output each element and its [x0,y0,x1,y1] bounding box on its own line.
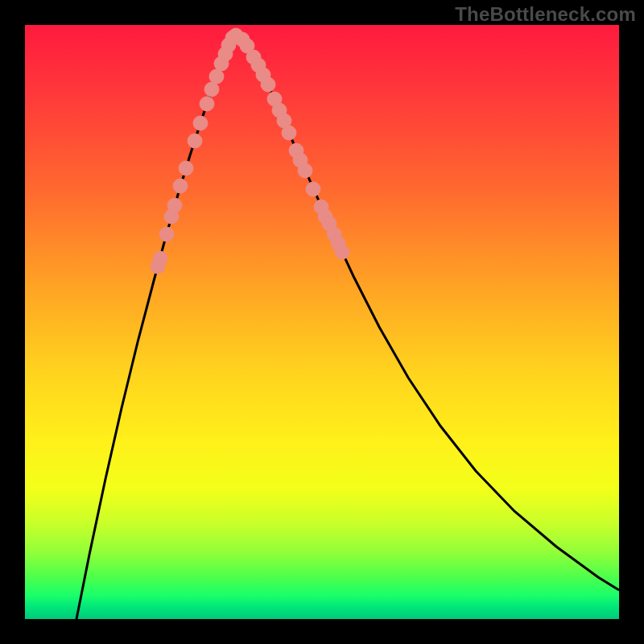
watermark-text: TheBottleneck.com [455,3,636,26]
data-marker [193,116,208,130]
data-marker [153,251,167,266]
data-marker [173,179,188,193]
data-marker [261,77,275,92]
data-marker [298,163,312,178]
chart-overlay [25,25,619,619]
data-marker [159,227,174,242]
data-marker [335,245,349,259]
data-marker [282,126,296,140]
data-marker [209,69,224,84]
plot-area [25,25,619,619]
data-marker [306,182,320,196]
data-marker [204,82,219,97]
data-marker [167,198,182,213]
marker-group [151,28,349,274]
bottleneck-curve [76,36,619,619]
chart-frame: TheBottleneck.com [0,0,644,644]
data-marker [179,161,193,175]
data-marker [200,97,214,111]
data-marker [188,134,202,148]
